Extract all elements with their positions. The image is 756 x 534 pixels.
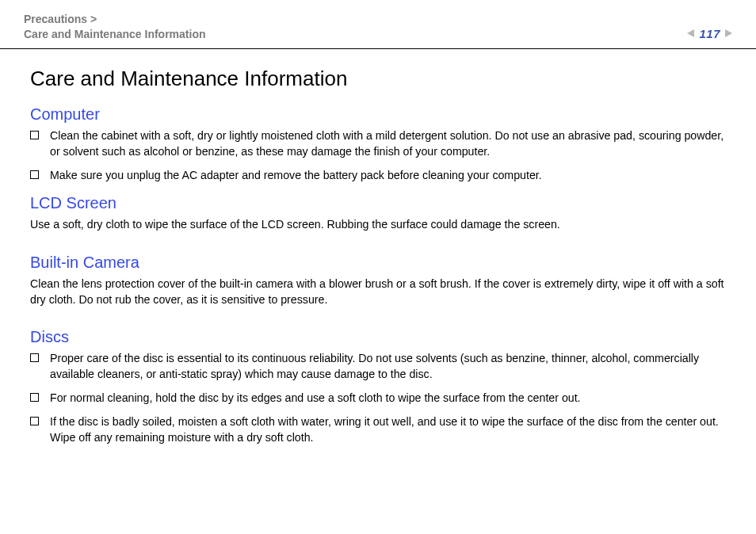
- breadcrumb-separator: >: [90, 13, 97, 25]
- bullet-icon: [30, 417, 39, 425]
- bullet-icon: [30, 170, 39, 179]
- section-lcd-text: Use a soft, dry cloth to wipe the surfac…: [30, 217, 729, 233]
- bullet-icon: [30, 131, 39, 139]
- list-item: For normal cleaning, hold the disc by it…: [30, 391, 729, 406]
- section-camera-heading: Built-in Camera: [30, 254, 729, 272]
- next-page-icon[interactable]: [725, 29, 732, 37]
- section-camera-text: Clean the lens protection cover of the b…: [30, 277, 729, 307]
- list-item-text: Make sure you unplug the AC adapter and …: [50, 168, 729, 184]
- list-item: Clean the cabinet with a soft, dry or li…: [30, 128, 729, 160]
- page-number-nav: 117: [687, 27, 732, 42]
- section-computer-list: Clean the cabinet with a soft, dry or li…: [30, 128, 729, 184]
- section-discs-list: Proper care of the disc is essential to …: [30, 351, 729, 445]
- breadcrumb-parent[interactable]: Precautions: [24, 13, 87, 25]
- content-area: Care and Maintenance Information Compute…: [0, 49, 756, 470]
- list-item: Proper care of the disc is essential to …: [30, 351, 729, 383]
- section-computer-heading: Computer: [30, 105, 729, 124]
- bullet-icon: [30, 393, 39, 402]
- section-discs-heading: Discs: [30, 328, 729, 346]
- list-item-text: For normal cleaning, hold the disc by it…: [50, 391, 729, 406]
- prev-page-icon[interactable]: [687, 29, 694, 37]
- page-header: Precautions > Care and Maintenance Infor…: [0, 0, 756, 48]
- list-item-text: Clean the cabinet with a soft, dry or li…: [50, 128, 729, 160]
- breadcrumb-current: Care and Maintenance Information: [24, 28, 205, 40]
- section-lcd-heading: LCD Screen: [30, 194, 729, 212]
- bullet-icon: [30, 353, 39, 362]
- page-title: Care and Maintenance Information: [30, 67, 729, 91]
- list-item-text: If the disc is badly soiled, moisten a s…: [50, 414, 729, 446]
- list-item-text: Proper care of the disc is essential to …: [50, 351, 729, 383]
- page-number: 117: [699, 27, 720, 40]
- list-item: Make sure you unplug the AC adapter and …: [30, 168, 729, 184]
- list-item: If the disc is badly soiled, moisten a s…: [30, 414, 729, 446]
- breadcrumb: Precautions > Care and Maintenance Infor…: [24, 12, 205, 42]
